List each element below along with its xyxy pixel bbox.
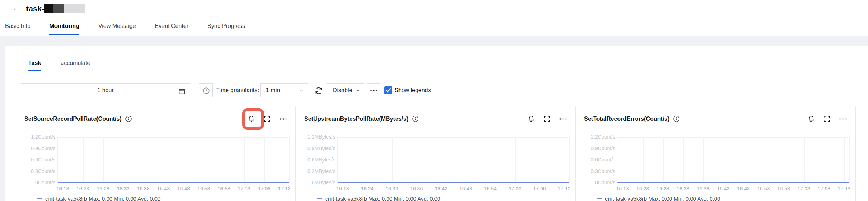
y-axis-label: 0.9MBytes/s: [300, 145, 335, 151]
x-axis-label: 16:42: [435, 186, 447, 192]
bell-icon: [247, 115, 255, 123]
x-axis-label: 16:43: [157, 186, 170, 192]
refresh-icon: [314, 86, 323, 95]
granularity-label: Time granularity:: [216, 83, 259, 97]
gridline-vertical: [285, 137, 285, 183]
gridline-vertical: [368, 137, 368, 183]
back-arrow-icon: ←: [12, 3, 21, 12]
gridline-vertical: [144, 137, 144, 183]
fullscreen-button[interactable]: [543, 115, 551, 123]
subtab-task[interactable]: Task: [28, 55, 41, 71]
gridline-vertical: [442, 137, 442, 183]
x-axis-label: 17:08: [818, 186, 830, 192]
gridline-vertical: [103, 137, 104, 183]
y-axis-label: 1.2MBytes/s: [300, 134, 335, 140]
redacted-block: [53, 4, 64, 13]
legend-item[interactable]: cmt-task-va5k8rb Max: 0.00 Min: 0.00 Avg…: [597, 196, 720, 201]
x-axis-label: 16:38: [697, 186, 710, 192]
alarm-bell-button[interactable]: [527, 115, 535, 123]
series-line: [617, 182, 849, 183]
y-axis-label: 0.6Count/s: [580, 157, 615, 163]
gridline-vertical: [703, 137, 704, 183]
card-actions: [247, 115, 287, 123]
chart-title: SetUpstreamBytesPollRate(MBytes/s): [304, 116, 408, 122]
gridline-horizontal: [617, 172, 849, 172]
x-axis-label: 16:28: [97, 186, 109, 192]
legend-item[interactable]: cmt-task-va5k8rb Max: 0.00 Min: 0.00 Avg…: [37, 196, 160, 201]
x-axis-label: 17:03: [797, 186, 810, 192]
card-header: SetSourceRecordPollRate(Count/s): [24, 113, 133, 125]
main-tab-bar: Basic Info Monitoring View Message Event…: [5, 18, 245, 36]
gridline-horizontal: [58, 160, 289, 160]
chevron-down-icon: [356, 88, 361, 94]
legend-label: cmt-task-va5k8rb Max: 0.00 Min: 0.00 Avg…: [325, 196, 440, 201]
card-more-button[interactable]: [279, 115, 287, 123]
legend-color-dash: [597, 198, 602, 199]
fullscreen-button[interactable]: [263, 115, 271, 123]
y-axis-label: 1.2Count/s: [580, 134, 615, 140]
redacted-block: [64, 4, 85, 13]
x-axis-label: 16:33: [677, 186, 689, 192]
gridline-horizontal: [58, 137, 289, 138]
y-axis-label: 0.3Count/s: [580, 168, 615, 174]
gridline-vertical: [392, 137, 393, 183]
redacted-block: [44, 4, 53, 13]
gridline-vertical: [204, 137, 204, 183]
info-icon[interactable]: [412, 115, 419, 123]
legend-label: cmt-task-va5k8rb Max: 0.00 Min: 0.00 Avg…: [605, 196, 720, 201]
ellipsis-icon: [279, 118, 287, 120]
gridline-vertical: [417, 137, 417, 183]
x-axis-label: 17:13: [838, 186, 850, 192]
subtab-accumulate[interactable]: accumulate: [61, 55, 90, 71]
page-title: task-: [26, 3, 85, 15]
info-icon[interactable]: [125, 115, 133, 123]
x-axis-label: 16:38: [137, 186, 150, 192]
monitoring-panel: Task accumulate 1 hour Time granularity:…: [5, 46, 868, 201]
card-more-button[interactable]: [559, 115, 567, 123]
auto-refresh-select[interactable]: Disable: [327, 83, 364, 97]
toolbar-more-button[interactable]: [367, 83, 380, 97]
x-axis-label: 16:18: [56, 186, 69, 192]
legend-label: cmt-task-va5k8rb Max: 0.00 Min: 0.00 Avg…: [45, 196, 160, 201]
alarm-bell-button[interactable]: [807, 115, 815, 123]
fullscreen-icon: [823, 115, 831, 123]
tab-sync-progress[interactable]: Sync Progress: [207, 18, 245, 36]
back-button[interactable]: ←: [10, 2, 22, 13]
gridline-vertical: [683, 137, 684, 183]
tab-monitoring[interactable]: Monitoring: [49, 18, 79, 36]
tab-basic-info[interactable]: Basic Info: [5, 18, 30, 36]
info-icon[interactable]: [673, 115, 681, 123]
refresh-button[interactable]: [314, 86, 323, 95]
fullscreen-icon: [543, 115, 551, 123]
time-history-button[interactable]: [199, 83, 213, 97]
x-axis-label: 16:53: [757, 186, 770, 192]
x-axis-label: 16:43: [717, 186, 729, 192]
card-more-button[interactable]: [839, 115, 847, 123]
chevron-down-icon: [299, 88, 304, 95]
ellipsis-icon: [370, 89, 378, 92]
gridline-vertical: [63, 137, 63, 183]
chart-grid: [617, 137, 850, 183]
legend-color-dash: [317, 198, 322, 199]
tab-event-center[interactable]: Event Center: [155, 18, 189, 36]
tab-view-message[interactable]: View Message: [98, 18, 136, 36]
gridline-vertical: [184, 137, 184, 183]
legend-item[interactable]: cmt-task-va5k8rb Max: 0.00 Min: 0.00 Avg…: [317, 196, 440, 201]
time-range-value: 1 hour: [97, 87, 113, 93]
alarm-bell-button[interactable]: [247, 115, 255, 123]
fullscreen-button[interactable]: [823, 115, 831, 123]
gridline-vertical: [164, 137, 164, 183]
time-range-field[interactable]: 1 hour: [21, 83, 190, 97]
card-actions: [807, 115, 847, 123]
show-legends-label[interactable]: Show legends: [394, 83, 431, 97]
gridline-vertical: [244, 137, 245, 183]
gridline-vertical: [264, 137, 265, 183]
show-legends-checkbox[interactable]: [384, 86, 392, 94]
series-line: [338, 182, 569, 183]
series-line: [58, 182, 289, 183]
x-axis-label: 16:23: [77, 186, 89, 192]
gridline-vertical: [466, 137, 466, 183]
gridline-vertical: [515, 137, 516, 183]
granularity-select[interactable]: 1 min: [260, 83, 308, 97]
x-axis-label: 16:18: [336, 186, 349, 192]
